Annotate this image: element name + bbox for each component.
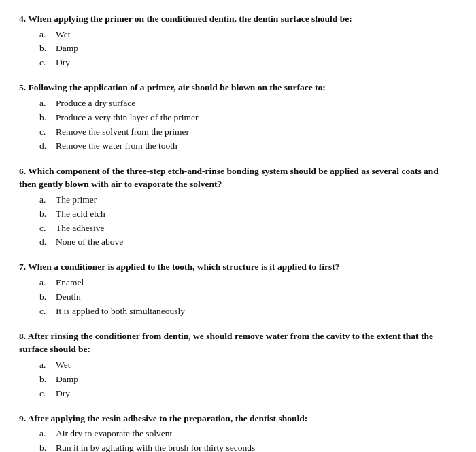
list-item: b.Run it in by agitating with the brush … — [39, 441, 457, 452]
option-label: a. — [39, 276, 52, 290]
list-item: b.Damp — [39, 41, 457, 56]
option-label: b. — [39, 207, 52, 222]
list-item: d.None of the above — [39, 235, 457, 249]
question-block: 6. Which component of the three-step etc… — [19, 164, 457, 250]
list-item: b.Produce a very thin layer of the prime… — [39, 111, 457, 125]
question-block: 4. When applying the primer on the condi… — [19, 12, 457, 70]
options-list: a.Produce a dry surfaceb.Produce a very … — [39, 97, 457, 154]
options-list: a.Air dry to evaporate the solventb.Run … — [39, 427, 457, 452]
question-block: 8. After rinsing the conditioner from de… — [19, 330, 457, 401]
list-item: c.Dry — [39, 56, 457, 70]
list-item: a.Wet — [39, 28, 457, 42]
option-label: b. — [39, 441, 52, 452]
option-label: b. — [39, 372, 52, 387]
option-text: It is applied to both simultaneously — [56, 305, 185, 319]
list-item: a.Produce a dry surface — [39, 97, 457, 111]
option-text: None of the above — [56, 235, 123, 249]
option-label: c. — [39, 387, 52, 401]
option-text: Produce a dry surface — [56, 97, 135, 111]
option-label: a. — [39, 193, 52, 207]
option-label: c. — [39, 125, 52, 139]
option-label: c. — [39, 222, 52, 236]
option-label: c. — [39, 305, 52, 319]
options-list: a.The primerb.The acid etchc.The adhesiv… — [39, 193, 457, 250]
option-text: Remove the water from the tooth — [56, 139, 177, 154]
option-label: d. — [39, 139, 52, 154]
option-text: Dry — [56, 387, 70, 401]
option-label: c. — [39, 56, 52, 70]
list-item: d.Remove the water from the tooth — [39, 139, 457, 154]
question-text: 8. After rinsing the conditioner from de… — [19, 330, 457, 356]
option-label: a. — [39, 97, 52, 111]
option-text: The adhesive — [56, 222, 105, 236]
option-text: Produce a very thin layer of the primer — [56, 111, 199, 125]
option-text: Air dry to evaporate the solvent — [56, 427, 172, 441]
option-label: d. — [39, 235, 52, 249]
option-label: a. — [39, 28, 52, 42]
question-block: 7. When a conditioner is applied to the … — [19, 260, 457, 318]
question-text: 6. Which component of the three-step etc… — [19, 164, 457, 191]
options-list: a.Wetb.Dampc.Dry — [39, 358, 457, 401]
list-item: c.Remove the solvent from the primer — [39, 125, 457, 139]
option-label: a. — [39, 427, 52, 441]
option-text: Remove the solvent from the primer — [56, 125, 189, 139]
option-text: The primer — [56, 193, 97, 207]
list-item: b.Dentin — [39, 290, 457, 305]
list-item: c.Dry — [39, 387, 457, 401]
option-text: Damp — [56, 372, 78, 387]
option-text: Damp — [56, 41, 78, 56]
question-block: 9. After applying the resin adhesive to … — [19, 412, 457, 452]
option-text: Wet — [56, 358, 70, 372]
option-text: Run it in by agitating with the brush fo… — [56, 441, 255, 452]
question-text: 5. Following the application of a primer… — [19, 81, 457, 94]
question-text: 4. When applying the primer on the condi… — [19, 12, 457, 26]
question-text: 7. When a conditioner is applied to the … — [19, 260, 457, 274]
questions-container: 4. When applying the primer on the condi… — [19, 12, 457, 452]
options-list: a.Wetb.Dampc.Dry — [39, 28, 457, 71]
list-item: a.Wet — [39, 358, 457, 372]
list-item: b.The acid etch — [39, 207, 457, 222]
question-block: 5. Following the application of a primer… — [19, 81, 457, 153]
option-text: The acid etch — [56, 207, 105, 222]
option-text: Dentin — [56, 290, 81, 305]
option-label: b. — [39, 290, 52, 305]
list-item: a.Enamel — [39, 276, 457, 290]
option-label: b. — [39, 41, 52, 56]
option-label: b. — [39, 111, 52, 125]
option-label: a. — [39, 358, 52, 372]
list-item: b.Damp — [39, 372, 457, 387]
list-item: a.Air dry to evaporate the solvent — [39, 427, 457, 441]
question-text: 9. After applying the resin adhesive to … — [19, 412, 457, 425]
list-item: a.The primer — [39, 193, 457, 207]
option-text: Dry — [56, 56, 70, 70]
options-list: a.Enamelb.Dentinc.It is applied to both … — [39, 276, 457, 319]
option-text: Wet — [56, 28, 70, 42]
list-item: c.The adhesive — [39, 222, 457, 236]
option-text: Enamel — [56, 276, 84, 290]
list-item: c.It is applied to both simultaneously — [39, 305, 457, 319]
